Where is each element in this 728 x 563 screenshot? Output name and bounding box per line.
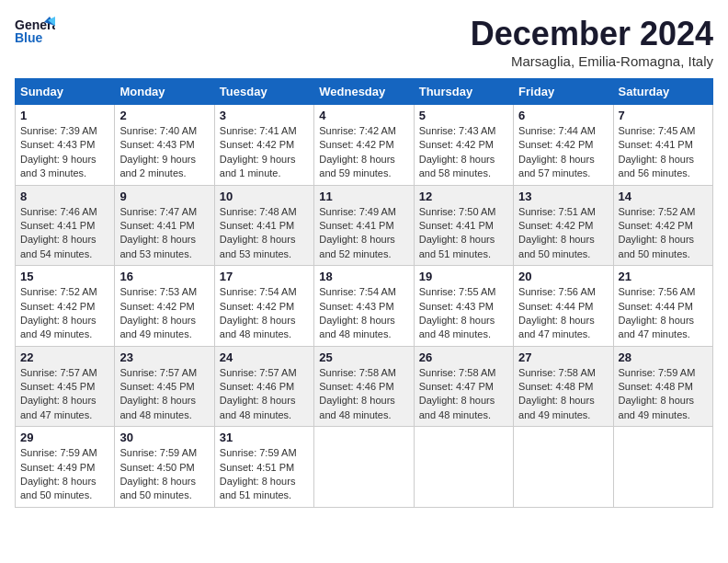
sunset-label: Sunset: 4:42 PM bbox=[619, 220, 693, 231]
table-row: 1 Sunrise: 7:39 AM Sunset: 4:43 PM Dayli… bbox=[16, 105, 115, 186]
day-info: Sunrise: 7:45 AM Sunset: 4:41 PM Dayligh… bbox=[619, 124, 708, 181]
sunrise-label: Sunrise: 7:58 AM bbox=[518, 367, 596, 378]
sunrise-label: Sunrise: 7:56 AM bbox=[619, 286, 696, 297]
table-row: 31 Sunrise: 7:59 AM Sunset: 4:51 PM Dayl… bbox=[214, 427, 313, 508]
daylight-label: Daylight: 8 hours and 48 minutes. bbox=[220, 395, 296, 419]
day-info: Sunrise: 7:59 AM Sunset: 4:49 PM Dayligh… bbox=[20, 446, 109, 503]
sunrise-label: Sunrise: 7:59 AM bbox=[20, 447, 97, 458]
daylight-label: Daylight: 8 hours and 47 minutes. bbox=[619, 315, 695, 339]
table-row: 21 Sunrise: 7:56 AM Sunset: 4:44 PM Dayl… bbox=[613, 266, 712, 347]
day-number: 4 bbox=[319, 109, 408, 122]
calendar-table: Sunday Monday Tuesday Wednesday Thursday… bbox=[15, 78, 713, 508]
daylight-label: Daylight: 8 hours and 56 minutes. bbox=[619, 154, 695, 178]
sunset-label: Sunset: 4:49 PM bbox=[20, 462, 95, 473]
sunrise-label: Sunrise: 7:40 AM bbox=[119, 125, 197, 136]
daylight-label: Daylight: 8 hours and 49 minutes. bbox=[20, 315, 97, 339]
daylight-label: Daylight: 8 hours and 57 minutes. bbox=[518, 154, 595, 178]
table-row bbox=[414, 427, 513, 508]
daylight-label: Daylight: 8 hours and 48 minutes. bbox=[419, 315, 495, 339]
sunset-label: Sunset: 4:51 PM bbox=[220, 462, 294, 473]
calendar-week-row: 1 Sunrise: 7:39 AM Sunset: 4:43 PM Dayli… bbox=[16, 105, 713, 186]
table-row: 23 Sunrise: 7:57 AM Sunset: 4:45 PM Dayl… bbox=[115, 346, 214, 427]
day-info: Sunrise: 7:52 AM Sunset: 4:42 PM Dayligh… bbox=[619, 205, 708, 262]
daylight-label: Daylight: 8 hours and 51 minutes. bbox=[419, 234, 495, 259]
sunrise-label: Sunrise: 7:52 AM bbox=[20, 286, 97, 297]
header-wednesday: Wednesday bbox=[314, 79, 414, 105]
sunset-label: Sunset: 4:48 PM bbox=[518, 381, 593, 392]
daylight-label: Daylight: 8 hours and 54 minutes. bbox=[20, 234, 97, 259]
header-tuesday: Tuesday bbox=[214, 79, 313, 105]
day-info: Sunrise: 7:52 AM Sunset: 4:42 PM Dayligh… bbox=[20, 285, 109, 342]
sunrise-label: Sunrise: 7:54 AM bbox=[319, 286, 396, 297]
header-friday: Friday bbox=[514, 79, 613, 105]
daylight-label: Daylight: 8 hours and 49 minutes. bbox=[619, 395, 695, 419]
day-number: 26 bbox=[419, 350, 508, 364]
table-row: 3 Sunrise: 7:41 AM Sunset: 4:42 PM Dayli… bbox=[214, 105, 313, 186]
day-number: 18 bbox=[319, 270, 408, 283]
table-row: 19 Sunrise: 7:55 AM Sunset: 4:43 PM Dayl… bbox=[414, 266, 513, 347]
sunrise-label: Sunrise: 7:53 AM bbox=[119, 286, 197, 297]
daylight-label: Daylight: 8 hours and 48 minutes. bbox=[220, 315, 296, 339]
daylight-label: Daylight: 8 hours and 58 minutes. bbox=[419, 154, 495, 178]
daylight-label: Daylight: 8 hours and 50 minutes. bbox=[20, 476, 97, 500]
day-info: Sunrise: 7:39 AM Sunset: 4:43 PM Dayligh… bbox=[20, 124, 109, 181]
logo: General Blue bbox=[15, 15, 55, 48]
calendar-header-row: Sunday Monday Tuesday Wednesday Thursday… bbox=[16, 79, 713, 105]
daylight-label: Daylight: 8 hours and 53 minutes. bbox=[220, 234, 296, 259]
day-number: 22 bbox=[20, 350, 109, 364]
daylight-label: Daylight: 9 hours and 2 minutes. bbox=[119, 154, 196, 178]
day-number: 10 bbox=[220, 190, 309, 203]
table-row: 8 Sunrise: 7:46 AM Sunset: 4:41 PM Dayli… bbox=[16, 185, 115, 266]
day-number: 24 bbox=[220, 350, 309, 364]
sunset-label: Sunset: 4:41 PM bbox=[619, 139, 693, 150]
daylight-label: Daylight: 8 hours and 48 minutes. bbox=[319, 395, 395, 419]
calendar-week-row: 15 Sunrise: 7:52 AM Sunset: 4:42 PM Dayl… bbox=[16, 266, 713, 347]
day-number: 27 bbox=[518, 350, 608, 364]
day-info: Sunrise: 7:58 AM Sunset: 4:46 PM Dayligh… bbox=[319, 366, 408, 423]
table-row: 10 Sunrise: 7:48 AM Sunset: 4:41 PM Dayl… bbox=[214, 185, 313, 266]
sunrise-label: Sunrise: 7:50 AM bbox=[419, 206, 496, 217]
sunset-label: Sunset: 4:42 PM bbox=[518, 220, 593, 231]
sunrise-label: Sunrise: 7:43 AM bbox=[419, 125, 496, 136]
table-row: 16 Sunrise: 7:53 AM Sunset: 4:42 PM Dayl… bbox=[115, 266, 214, 347]
svg-text:Blue: Blue bbox=[15, 30, 43, 45]
daylight-label: Daylight: 8 hours and 50 minutes. bbox=[518, 234, 595, 259]
daylight-label: Daylight: 8 hours and 59 minutes. bbox=[319, 154, 395, 178]
day-number: 16 bbox=[119, 270, 209, 283]
daylight-label: Daylight: 8 hours and 49 minutes. bbox=[518, 395, 595, 419]
day-info: Sunrise: 7:54 AM Sunset: 4:43 PM Dayligh… bbox=[319, 285, 408, 342]
sunset-label: Sunset: 4:42 PM bbox=[319, 139, 393, 150]
daylight-label: Daylight: 8 hours and 47 minutes. bbox=[518, 315, 595, 339]
table-row: 15 Sunrise: 7:52 AM Sunset: 4:42 PM Dayl… bbox=[16, 266, 115, 347]
daylight-label: Daylight: 8 hours and 53 minutes. bbox=[119, 234, 196, 259]
day-info: Sunrise: 7:56 AM Sunset: 4:44 PM Dayligh… bbox=[518, 285, 608, 342]
header-thursday: Thursday bbox=[414, 79, 513, 105]
sunrise-label: Sunrise: 7:52 AM bbox=[619, 206, 696, 217]
daylight-label: Daylight: 8 hours and 48 minutes. bbox=[119, 395, 196, 419]
daylight-label: Daylight: 8 hours and 48 minutes. bbox=[419, 395, 495, 419]
sunset-label: Sunset: 4:43 PM bbox=[319, 301, 393, 312]
day-number: 31 bbox=[220, 431, 309, 444]
day-info: Sunrise: 7:44 AM Sunset: 4:42 PM Dayligh… bbox=[518, 124, 608, 181]
table-row: 5 Sunrise: 7:43 AM Sunset: 4:42 PM Dayli… bbox=[414, 105, 513, 186]
table-row: 7 Sunrise: 7:45 AM Sunset: 4:41 PM Dayli… bbox=[613, 105, 712, 186]
day-info: Sunrise: 7:48 AM Sunset: 4:41 PM Dayligh… bbox=[220, 205, 309, 262]
day-number: 28 bbox=[619, 350, 708, 364]
sunset-label: Sunset: 4:42 PM bbox=[119, 301, 194, 312]
day-number: 23 bbox=[119, 350, 209, 364]
day-number: 11 bbox=[319, 190, 408, 203]
sunset-label: Sunset: 4:43 PM bbox=[20, 139, 95, 150]
sunrise-label: Sunrise: 7:41 AM bbox=[220, 125, 297, 136]
sunset-label: Sunset: 4:48 PM bbox=[619, 381, 693, 392]
day-info: Sunrise: 7:50 AM Sunset: 4:41 PM Dayligh… bbox=[419, 205, 508, 262]
day-info: Sunrise: 7:42 AM Sunset: 4:42 PM Dayligh… bbox=[319, 124, 408, 181]
table-row: 13 Sunrise: 7:51 AM Sunset: 4:42 PM Dayl… bbox=[514, 185, 613, 266]
sunrise-label: Sunrise: 7:57 AM bbox=[20, 367, 97, 378]
calendar-week-row: 22 Sunrise: 7:57 AM Sunset: 4:45 PM Dayl… bbox=[16, 346, 713, 427]
table-row: 17 Sunrise: 7:54 AM Sunset: 4:42 PM Dayl… bbox=[214, 266, 313, 347]
day-info: Sunrise: 7:47 AM Sunset: 4:41 PM Dayligh… bbox=[119, 205, 209, 262]
sunset-label: Sunset: 4:42 PM bbox=[220, 139, 294, 150]
sunset-label: Sunset: 4:42 PM bbox=[20, 301, 95, 312]
day-number: 15 bbox=[20, 270, 109, 283]
table-row: 24 Sunrise: 7:57 AM Sunset: 4:46 PM Dayl… bbox=[214, 346, 313, 427]
